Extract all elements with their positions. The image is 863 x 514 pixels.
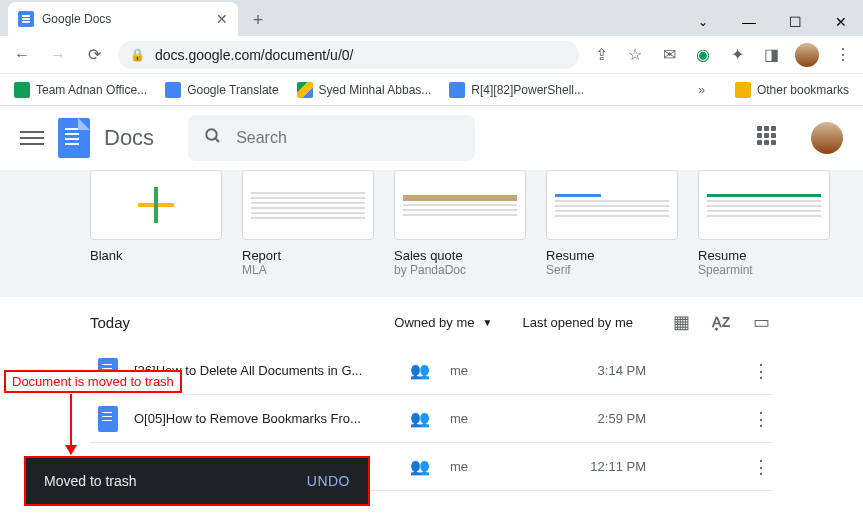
bookmark-item[interactable]: Syed Minhal Abbas... — [297, 82, 432, 98]
bookmark-label: Syed Minhal Abbas... — [319, 83, 432, 97]
owned-label: Owned by me — [394, 315, 474, 330]
share-icon[interactable]: ⇪ — [591, 45, 611, 65]
search-icon — [204, 127, 222, 150]
sort-icon[interactable]: A͎Z — [709, 314, 733, 330]
template-name: Blank — [90, 248, 222, 263]
puzzle-icon[interactable]: ✦ — [727, 45, 747, 65]
lock-icon: 🔒 — [130, 48, 145, 62]
apps-grid-icon[interactable] — [757, 126, 781, 150]
template-name: Sales quote — [394, 248, 526, 263]
annotation-callout: Document is moved to trash — [4, 370, 182, 393]
omnibox[interactable]: 🔒 docs.google.com/document/u/0/ — [118, 41, 579, 69]
template-name: Resume — [698, 248, 830, 263]
owned-by-dropdown[interactable]: Owned by me ▼ — [394, 315, 492, 330]
folder-icon — [735, 82, 751, 98]
docs-logo-icon[interactable] — [58, 118, 90, 158]
bookmark-label: Team Adnan Office... — [36, 83, 147, 97]
more-icon[interactable]: ⋮ — [749, 360, 773, 382]
template-thumb — [546, 170, 678, 240]
doc-title: O[05]How to Remove Bookmarks Fro... — [134, 411, 394, 426]
template-thumb — [394, 170, 526, 240]
search-box[interactable] — [188, 115, 474, 161]
folder-icon[interactable]: ▭ — [749, 311, 773, 333]
shared-icon: 👥 — [410, 409, 434, 428]
bookmark-item[interactable]: Google Translate — [165, 82, 278, 98]
svg-point-0 — [206, 129, 217, 140]
new-tab-button[interactable]: + — [244, 6, 272, 34]
url-text: docs.google.com/document/u/0/ — [155, 47, 353, 63]
maximize-button[interactable]: ☐ — [781, 14, 809, 30]
window-controls: ⌄ — ☐ ✕ — [689, 14, 855, 36]
bookmark-item[interactable]: Team Adnan Office... — [14, 82, 147, 98]
template-resume-spearmint[interactable]: Resume Spearmint — [698, 170, 830, 277]
template-report[interactable]: Report MLA — [242, 170, 374, 277]
shared-icon: 👥 — [410, 361, 434, 380]
shared-icon: 👥 — [410, 457, 434, 476]
doc-time: 2:59 PM — [546, 411, 646, 426]
hamburger-menu-icon[interactable] — [20, 131, 44, 145]
chevron-down-icon[interactable]: ⌄ — [689, 15, 717, 29]
tab-title: Google Docs — [42, 12, 208, 26]
sidepanel-icon[interactable]: ◨ — [761, 45, 781, 65]
translate-icon — [165, 82, 181, 98]
last-opened-label[interactable]: Last opened by me — [522, 315, 633, 330]
list-header: Today Owned by me ▼ Last opened by me ▦ … — [90, 311, 773, 333]
account-avatar[interactable] — [811, 122, 843, 154]
dropdown-icon: ▼ — [483, 317, 493, 328]
doc-owner: me — [450, 411, 530, 426]
document-row[interactable]: O[05]How to Remove Bookmarks Fro... 👥 me… — [90, 395, 773, 443]
drive-icon — [297, 82, 313, 98]
template-thumb — [242, 170, 374, 240]
browser-tab[interactable]: Google Docs ✕ — [8, 2, 238, 36]
other-bookmarks[interactable]: Other bookmarks — [735, 82, 849, 98]
template-sub: Spearmint — [698, 263, 830, 277]
address-bar: ← → ⟳ 🔒 docs.google.com/document/u/0/ ⇪ … — [0, 36, 863, 74]
template-thumb — [90, 170, 222, 240]
app-name: Docs — [104, 125, 154, 151]
bookmark-bar: Team Adnan Office... Google Translate Sy… — [0, 74, 863, 106]
more-icon[interactable]: ⋮ — [749, 456, 773, 478]
reload-button[interactable]: ⟳ — [82, 43, 106, 67]
extension-icon[interactable]: ◉ — [693, 45, 713, 65]
doc-file-icon — [98, 406, 118, 432]
toast-message: Moved to trash — [44, 473, 137, 489]
bookmark-label: R[4][82]PowerShell... — [471, 83, 584, 97]
docs-favicon — [18, 11, 34, 27]
template-sub: Serif — [546, 263, 678, 277]
docs-header: Docs — [0, 106, 863, 170]
search-input[interactable] — [236, 129, 458, 147]
template-gallery: Blank Report MLA Sales quote by PandaDoc… — [0, 170, 863, 297]
doc-time: 3:14 PM — [546, 363, 646, 378]
doc-time: 12:11 PM — [546, 459, 646, 474]
section-label: Today — [90, 314, 130, 331]
more-icon[interactable]: ⋮ — [749, 408, 773, 430]
svg-line-1 — [215, 138, 219, 142]
close-window-button[interactable]: ✕ — [827, 14, 855, 30]
grid-view-icon[interactable]: ▦ — [669, 311, 693, 333]
overflow-icon[interactable]: » — [698, 83, 705, 97]
toast-notification: Moved to trash UNDO — [24, 456, 370, 506]
document-row[interactable]: [26]How to Delete All Documents in G... … — [90, 347, 773, 395]
template-blank[interactable]: Blank — [90, 170, 222, 277]
template-thumb — [698, 170, 830, 240]
undo-button[interactable]: UNDO — [307, 473, 350, 489]
profile-avatar-icon[interactable] — [795, 43, 819, 67]
browser-titlebar: Google Docs ✕ + ⌄ — ☐ ✕ — [0, 0, 863, 36]
mail-icon[interactable]: ✉ — [659, 45, 679, 65]
back-button[interactable]: ← — [10, 43, 34, 67]
other-bookmarks-label: Other bookmarks — [757, 83, 849, 97]
forward-button[interactable]: → — [46, 43, 70, 67]
minimize-button[interactable]: — — [735, 14, 763, 30]
template-resume-serif[interactable]: Resume Serif — [546, 170, 678, 277]
close-tab-icon[interactable]: ✕ — [216, 11, 228, 27]
docs-icon — [449, 82, 465, 98]
star-icon[interactable]: ☆ — [625, 45, 645, 65]
doc-owner: me — [450, 459, 530, 474]
template-salesquote[interactable]: Sales quote by PandaDoc — [394, 170, 526, 277]
kebab-menu-icon[interactable]: ⋮ — [833, 45, 853, 65]
bookmark-label: Google Translate — [187, 83, 278, 97]
bookmark-item[interactable]: R[4][82]PowerShell... — [449, 82, 584, 98]
template-name: Resume — [546, 248, 678, 263]
template-sub: by PandaDoc — [394, 263, 526, 277]
annotation-arrow — [70, 394, 72, 454]
